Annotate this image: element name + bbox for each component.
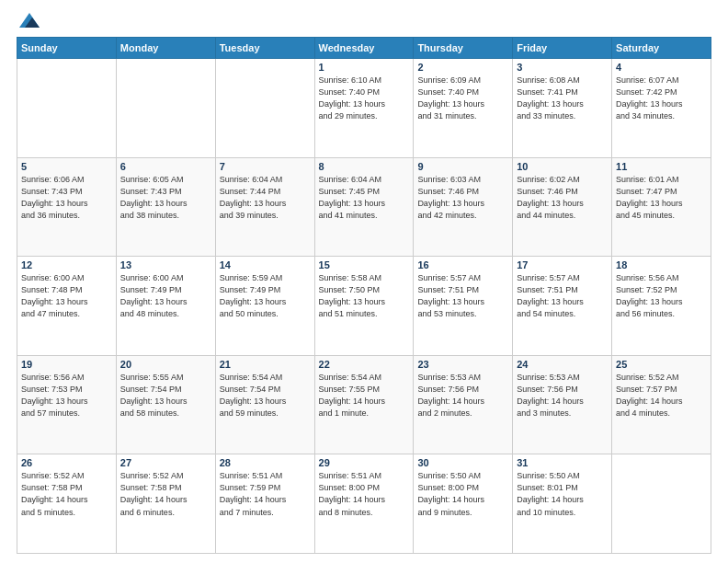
day-number: 6 — [120, 161, 211, 172]
day-cell: 10Sunrise: 6:02 AM Sunset: 7:46 PM Dayli… — [513, 157, 612, 257]
day-info: Sunrise: 6:04 AM Sunset: 7:44 PM Dayligh… — [220, 174, 311, 222]
day-number: 20 — [120, 359, 211, 370]
day-cell: 28Sunrise: 5:51 AM Sunset: 7:59 PM Dayli… — [215, 454, 314, 554]
day-number: 10 — [517, 161, 608, 172]
day-number: 14 — [220, 259, 311, 270]
day-number: 26 — [21, 457, 112, 468]
day-info: Sunrise: 5:51 AM Sunset: 7:59 PM Dayligh… — [220, 470, 311, 518]
day-cell: 9Sunrise: 6:03 AM Sunset: 7:46 PM Daylig… — [414, 157, 513, 257]
weekday-header-sunday: Sunday — [17, 38, 117, 59]
day-info: Sunrise: 5:58 AM Sunset: 7:50 PM Dayligh… — [319, 272, 410, 320]
day-cell: 22Sunrise: 5:54 AM Sunset: 7:55 PM Dayli… — [314, 355, 414, 454]
weekday-header-wednesday: Wednesday — [314, 38, 414, 59]
day-info: Sunrise: 6:01 AM Sunset: 7:47 PM Dayligh… — [616, 174, 707, 222]
day-number: 15 — [319, 259, 410, 270]
day-number: 12 — [21, 259, 112, 270]
day-info: Sunrise: 5:54 AM Sunset: 7:54 PM Dayligh… — [220, 372, 311, 419]
day-info: Sunrise: 5:54 AM Sunset: 7:55 PM Dayligh… — [319, 372, 410, 419]
day-info: Sunrise: 6:05 AM Sunset: 7:43 PM Dayligh… — [120, 174, 211, 222]
day-number: 28 — [220, 457, 311, 468]
day-cell: 27Sunrise: 5:52 AM Sunset: 7:58 PM Dayli… — [116, 454, 215, 554]
day-number: 16 — [417, 259, 508, 270]
weekday-header-saturday: Saturday — [612, 38, 711, 59]
day-number: 19 — [21, 359, 112, 370]
day-info: Sunrise: 5:57 AM Sunset: 7:51 PM Dayligh… — [517, 272, 608, 320]
day-info: Sunrise: 5:53 AM Sunset: 7:56 PM Dayligh… — [417, 372, 508, 419]
day-cell: 14Sunrise: 5:59 AM Sunset: 7:49 PM Dayli… — [215, 257, 314, 356]
day-cell: 29Sunrise: 5:51 AM Sunset: 8:00 PM Dayli… — [314, 454, 414, 554]
day-number: 11 — [616, 161, 707, 172]
day-cell: 20Sunrise: 5:55 AM Sunset: 7:54 PM Dayli… — [116, 355, 215, 454]
day-info: Sunrise: 6:09 AM Sunset: 7:40 PM Dayligh… — [417, 75, 508, 122]
day-info: Sunrise: 5:52 AM Sunset: 7:57 PM Dayligh… — [616, 372, 707, 419]
week-row-5: 26Sunrise: 5:52 AM Sunset: 7:58 PM Dayli… — [17, 454, 711, 554]
header — [17, 17, 711, 28]
day-info: Sunrise: 6:06 AM Sunset: 7:43 PM Dayligh… — [21, 174, 112, 222]
day-number: 24 — [517, 359, 608, 370]
day-number: 13 — [120, 259, 211, 270]
day-number: 17 — [517, 259, 608, 270]
day-info: Sunrise: 5:53 AM Sunset: 7:56 PM Dayligh… — [517, 372, 608, 419]
day-cell: 11Sunrise: 6:01 AM Sunset: 7:47 PM Dayli… — [612, 157, 711, 257]
week-row-3: 12Sunrise: 6:00 AM Sunset: 7:48 PM Dayli… — [17, 257, 711, 356]
day-number: 2 — [417, 62, 508, 73]
day-info: Sunrise: 6:07 AM Sunset: 7:42 PM Dayligh… — [616, 75, 707, 122]
day-cell: 30Sunrise: 5:50 AM Sunset: 8:00 PM Dayli… — [414, 454, 513, 554]
day-number: 30 — [417, 457, 508, 468]
day-cell: 8Sunrise: 6:04 AM Sunset: 7:45 PM Daylig… — [314, 157, 414, 257]
day-number: 22 — [319, 359, 410, 370]
day-cell: 7Sunrise: 6:04 AM Sunset: 7:44 PM Daylig… — [215, 157, 314, 257]
day-number: 8 — [319, 161, 410, 172]
weekday-header-monday: Monday — [116, 38, 215, 59]
day-info: Sunrise: 6:00 AM Sunset: 7:48 PM Dayligh… — [21, 272, 112, 320]
day-cell: 25Sunrise: 5:52 AM Sunset: 7:57 PM Dayli… — [612, 355, 711, 454]
day-info: Sunrise: 5:57 AM Sunset: 7:51 PM Dayligh… — [417, 272, 508, 320]
day-info: Sunrise: 6:02 AM Sunset: 7:46 PM Dayligh… — [517, 174, 608, 222]
day-number: 4 — [616, 62, 707, 73]
day-cell: 4Sunrise: 6:07 AM Sunset: 7:42 PM Daylig… — [612, 59, 711, 158]
day-info: Sunrise: 5:51 AM Sunset: 8:00 PM Dayligh… — [319, 470, 410, 518]
weekday-header-friday: Friday — [513, 38, 612, 59]
day-cell: 21Sunrise: 5:54 AM Sunset: 7:54 PM Dayli… — [215, 355, 314, 454]
day-cell — [612, 454, 711, 554]
day-info: Sunrise: 6:08 AM Sunset: 7:41 PM Dayligh… — [517, 75, 608, 122]
day-number: 18 — [616, 259, 707, 270]
day-info: Sunrise: 5:50 AM Sunset: 8:01 PM Dayligh… — [517, 470, 608, 518]
week-row-4: 19Sunrise: 5:56 AM Sunset: 7:53 PM Dayli… — [17, 355, 711, 454]
day-cell: 3Sunrise: 6:08 AM Sunset: 7:41 PM Daylig… — [513, 59, 612, 158]
day-cell: 19Sunrise: 5:56 AM Sunset: 7:53 PM Dayli… — [17, 355, 117, 454]
day-cell: 2Sunrise: 6:09 AM Sunset: 7:40 PM Daylig… — [414, 59, 513, 158]
day-number: 31 — [517, 457, 608, 468]
day-cell: 5Sunrise: 6:06 AM Sunset: 7:43 PM Daylig… — [17, 157, 117, 257]
day-number: 9 — [417, 161, 508, 172]
day-info: Sunrise: 5:52 AM Sunset: 7:58 PM Dayligh… — [120, 470, 211, 518]
week-row-1: 1Sunrise: 6:10 AM Sunset: 7:40 PM Daylig… — [17, 59, 711, 158]
day-info: Sunrise: 5:52 AM Sunset: 7:58 PM Dayligh… — [21, 470, 112, 518]
day-cell: 17Sunrise: 5:57 AM Sunset: 7:51 PM Dayli… — [513, 257, 612, 356]
day-number: 27 — [120, 457, 211, 468]
day-cell: 31Sunrise: 5:50 AM Sunset: 8:01 PM Dayli… — [513, 454, 612, 554]
weekday-header-thursday: Thursday — [414, 38, 513, 59]
day-cell: 15Sunrise: 5:58 AM Sunset: 7:50 PM Dayli… — [314, 257, 414, 356]
day-cell: 24Sunrise: 5:53 AM Sunset: 7:56 PM Dayli… — [513, 355, 612, 454]
day-info: Sunrise: 5:55 AM Sunset: 7:54 PM Dayligh… — [120, 372, 211, 419]
day-number: 23 — [417, 359, 508, 370]
logo — [17, 17, 40, 28]
day-info: Sunrise: 6:10 AM Sunset: 7:40 PM Dayligh… — [319, 75, 410, 122]
day-cell — [116, 59, 215, 158]
day-cell: 6Sunrise: 6:05 AM Sunset: 7:43 PM Daylig… — [116, 157, 215, 257]
day-number: 5 — [21, 161, 112, 172]
day-info: Sunrise: 6:04 AM Sunset: 7:45 PM Dayligh… — [319, 174, 410, 222]
day-cell — [17, 59, 117, 158]
day-number: 29 — [319, 457, 410, 468]
day-cell: 12Sunrise: 6:00 AM Sunset: 7:48 PM Dayli… — [17, 257, 117, 356]
day-number: 1 — [319, 62, 410, 73]
day-cell — [215, 59, 314, 158]
day-info: Sunrise: 5:56 AM Sunset: 7:53 PM Dayligh… — [21, 372, 112, 419]
day-info: Sunrise: 5:50 AM Sunset: 8:00 PM Dayligh… — [417, 470, 508, 518]
day-cell: 18Sunrise: 5:56 AM Sunset: 7:52 PM Dayli… — [612, 257, 711, 356]
day-number: 7 — [220, 161, 311, 172]
day-number: 3 — [517, 62, 608, 73]
day-info: Sunrise: 6:03 AM Sunset: 7:46 PM Dayligh… — [417, 174, 508, 222]
day-number: 21 — [220, 359, 311, 370]
